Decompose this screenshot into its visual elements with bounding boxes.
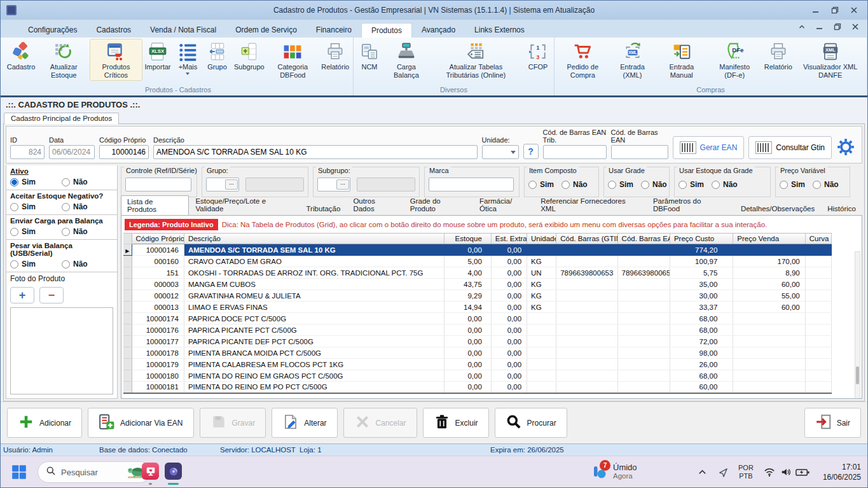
ribbon-button[interactable]: Grupo bbox=[202, 39, 231, 73]
ribbon-button[interactable]: Subgrupo bbox=[231, 39, 266, 73]
adicionar-via-ean-button[interactable]: Adicionar Via EAN bbox=[88, 408, 194, 438]
menu-tab[interactable]: Cadastros bbox=[86, 23, 141, 38]
vertical-scrollbar[interactable] bbox=[855, 251, 860, 399]
ean-field[interactable] bbox=[611, 145, 668, 159]
start-button[interactable] bbox=[11, 464, 27, 483]
radio-option[interactable]: Não bbox=[813, 180, 839, 189]
remove-photo-button[interactable]: − bbox=[39, 287, 64, 303]
close-icon[interactable] bbox=[851, 22, 860, 31]
tab-cadastro-principal[interactable]: Cadastro Principal de Produtos bbox=[4, 113, 119, 124]
restore-icon[interactable] bbox=[833, 22, 842, 31]
taskbar-app-pos-icon[interactable] bbox=[142, 463, 159, 480]
table-row[interactable]: 10000180PIMENTA DO REINO EM GRAOS PCT C/… bbox=[123, 370, 832, 382]
radio-option[interactable]: Sim bbox=[679, 180, 704, 189]
ribbon-button[interactable]: XLSXImportar bbox=[142, 39, 174, 73]
column-header[interactable]: Código Próprio bbox=[132, 234, 184, 244]
consultar-gtin-button[interactable]: Consultar Gtin bbox=[748, 136, 832, 159]
table-row[interactable]: 10000146AMENDOA S/C TORRADA SEM SAL 10 K… bbox=[123, 244, 832, 256]
table-row[interactable]: 151OKOSHI - TORRADAS DE ARROZ INT. ORG. … bbox=[123, 267, 832, 279]
radio-option[interactable]: Sim bbox=[10, 227, 62, 236]
ribbon-button[interactable]: Relatório bbox=[319, 39, 352, 73]
product-tab[interactable]: Outros Dados bbox=[347, 195, 403, 215]
tray-location-arrow-icon[interactable] bbox=[718, 456, 729, 488]
product-tab[interactable]: Lista de Produtos bbox=[121, 195, 189, 216]
id-field[interactable] bbox=[10, 145, 45, 159]
ribbon-button[interactable]: 13CFOP bbox=[523, 39, 553, 73]
alterar-button[interactable]: Alterar bbox=[272, 408, 337, 438]
procurar-button[interactable]: Procurar bbox=[495, 408, 567, 438]
table-row[interactable]: 10000181PIMENTA DO REINO EM PO PCT C/500… bbox=[123, 382, 832, 393]
menu-tab[interactable]: Venda / Nota Fiscal bbox=[141, 23, 226, 38]
grupo-browse-button[interactable]: ... bbox=[225, 179, 238, 190]
menu-tab[interactable]: Configurações bbox=[18, 23, 86, 38]
ribbon-button[interactable]: Categoria DBFood bbox=[266, 39, 319, 81]
menu-tab[interactable]: Financeiro bbox=[307, 23, 361, 38]
ribbon-button[interactable]: NCM bbox=[355, 39, 384, 73]
battery-icon[interactable] bbox=[796, 456, 809, 488]
product-tab[interactable]: Parâmetros do DBFood bbox=[647, 195, 734, 215]
ribbon-button[interactable]: DFeManifesto (DF-e) bbox=[708, 39, 761, 81]
scrollbar-thumb[interactable] bbox=[856, 366, 859, 384]
ribbon-button[interactable]: Cadastro bbox=[4, 39, 38, 73]
radio-option[interactable]: Não bbox=[62, 260, 113, 268]
column-header[interactable]: Est. Extra bbox=[491, 234, 527, 244]
table-row[interactable]: 10000174PAPRICA DOCE PCT C/500G0,000,006… bbox=[123, 313, 832, 324]
product-tab[interactable]: Histórico bbox=[821, 202, 862, 215]
add-photo-button[interactable]: + bbox=[10, 287, 34, 303]
radio-option[interactable]: Não bbox=[641, 180, 667, 189]
ribbon-button[interactable]: Atualizar Estoque bbox=[38, 39, 90, 81]
ean-trib-field[interactable] bbox=[543, 145, 607, 159]
controle-field[interactable] bbox=[125, 178, 191, 192]
column-header[interactable]: Preço Custo bbox=[670, 234, 733, 244]
radio-option[interactable]: Sim bbox=[780, 180, 805, 189]
language-indicator[interactable]: PORPTB bbox=[738, 456, 754, 488]
table-row[interactable]: 000012GRAVATINHA ROMEU & JULIETA9,290,00… bbox=[123, 290, 832, 302]
table-row[interactable]: 10000177PAPRICA PICANTE DEF PCT C/500G0,… bbox=[123, 336, 832, 347]
marca-field[interactable] bbox=[429, 178, 514, 192]
adicionar-button[interactable]: Adicionar bbox=[7, 408, 82, 438]
taskbar-weather-widget[interactable]: 7 Úmido Agora bbox=[592, 460, 637, 482]
table-row[interactable]: 000160CRAVO CATADO EM GRAO5,000,00KG100,… bbox=[123, 256, 832, 267]
table-row[interactable]: 10000176PAPRICA PICANTE PCT C/500G0,000,… bbox=[123, 324, 832, 336]
minimize-icon[interactable] bbox=[811, 6, 820, 15]
product-tab[interactable]: Farmácia/Ótica bbox=[473, 195, 534, 215]
column-header[interactable]: Estoque bbox=[444, 234, 491, 244]
column-header[interactable]: Preço Venda bbox=[733, 234, 805, 244]
subgrupo-browse-button[interactable]: ... bbox=[336, 179, 349, 190]
table-row[interactable]: 10000179PIMENTA CALABRESA EM FLOCOS PCT … bbox=[123, 359, 832, 370]
menu-tab[interactable]: Links Externos bbox=[465, 23, 534, 38]
radio-option[interactable]: Sim bbox=[528, 180, 554, 189]
product-tab[interactable]: Tributação bbox=[300, 202, 347, 215]
radio-option[interactable]: Sim bbox=[10, 178, 62, 186]
data-field[interactable] bbox=[49, 145, 95, 159]
gerar-ean-button[interactable]: Gerar EAN bbox=[673, 136, 745, 159]
ribbon-button[interactable]: Relatório bbox=[761, 39, 795, 73]
ribbon-button[interactable]: XMLVisualizador XML DANFE bbox=[795, 39, 865, 81]
minimize-icon[interactable] bbox=[815, 22, 824, 31]
radio-option[interactable]: Não bbox=[712, 180, 738, 189]
wifi-icon[interactable] bbox=[764, 456, 775, 488]
column-header[interactable]: Curva bbox=[805, 234, 831, 244]
radio-option[interactable]: Não bbox=[62, 227, 113, 236]
unidade-select[interactable] bbox=[482, 145, 519, 159]
radio-option[interactable]: Não bbox=[561, 180, 588, 189]
radio-option[interactable]: Sim bbox=[10, 202, 62, 211]
product-tab[interactable]: Referenciar Fornecedores XML bbox=[534, 195, 647, 215]
product-tab[interactable]: Estoque/Preço/Lote e Validade bbox=[189, 195, 300, 215]
radio-option[interactable]: Não bbox=[62, 178, 113, 186]
menu-tab[interactable]: Avançado bbox=[412, 23, 465, 38]
column-header[interactable]: Cód. Barras EAN bbox=[617, 234, 670, 244]
sair-button[interactable]: Sair bbox=[804, 408, 861, 438]
menu-tab[interactable]: Ordem de Serviço bbox=[226, 23, 307, 38]
codigo-proprio-field[interactable] bbox=[99, 145, 149, 159]
descricao-field[interactable] bbox=[153, 145, 478, 159]
settings-gear-icon[interactable] bbox=[836, 137, 855, 159]
excluir-button[interactable]: Excluir bbox=[423, 408, 489, 438]
radio-option[interactable]: Sim bbox=[608, 180, 633, 189]
taskbar-app-gestao-icon[interactable] bbox=[165, 463, 182, 480]
column-header[interactable]: Descrição bbox=[184, 234, 444, 244]
product-tab[interactable]: Grade do Produto bbox=[404, 195, 473, 215]
ribbon-button[interactable]: Atualizar Tabelas Tributárias (Online) bbox=[429, 39, 523, 81]
radio-option[interactable]: Não bbox=[62, 202, 113, 211]
taskbar-clock[interactable]: 17:01 16/06/2025 bbox=[823, 462, 861, 482]
